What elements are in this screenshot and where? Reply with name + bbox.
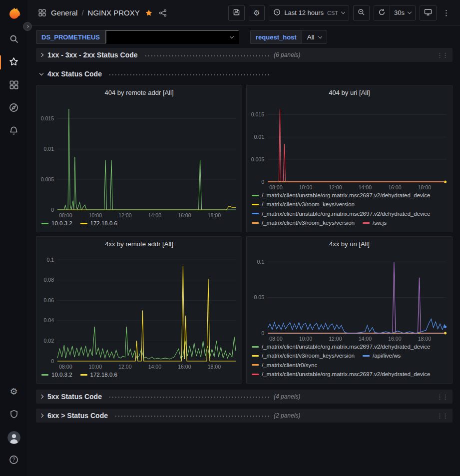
panel-title[interactable]: 404 by uri [All] (247, 85, 452, 99)
dashboard-row-4xx[interactable]: 4xx Status Code (36, 67, 453, 81)
timezone-badge: CST (327, 10, 338, 16)
time-series-chart[interactable]: 00.020.040.060.080.108:0010:0012:0014:00… (36, 251, 242, 370)
legend-label: /_matrix/client/v3/room_keys/version (262, 219, 355, 226)
legend-item[interactable]: 10.0.3.2 (41, 371, 72, 378)
panel-title-text: 404 by uri [All] (329, 89, 370, 96)
legend-item[interactable]: 172.18.0.6 (80, 371, 117, 378)
legend-label: /_matrix/client/unstable/org.matrix.msc2… (262, 192, 431, 199)
kebab-menu-button[interactable]: ⋮ (441, 7, 452, 18)
panel-title[interactable]: 404 by remote addr [All] (36, 85, 242, 99)
dashboard-row-1xx-3xx-2xx[interactable]: 1xx - 3xx - 2xx Status Code (6 panels) ⋮… (36, 48, 453, 62)
breadcrumb-separator: / (81, 8, 83, 17)
dashboard-settings-button[interactable]: ⚙ (249, 5, 265, 20)
svg-text:0.1: 0.1 (257, 259, 264, 265)
time-series-chart[interactable]: 00.050.108:0010:0012:0014:0016:0018:00 (247, 251, 452, 342)
sidebar-item-alerting[interactable] (0, 120, 27, 143)
datasource-variable-select[interactable] (105, 30, 239, 44)
refresh-button[interactable] (374, 5, 390, 20)
panel-title-text: 404 by remote addr [All] (104, 89, 173, 96)
legend-item[interactable]: /sw.js (363, 219, 387, 226)
legend-item[interactable]: /_matrix/client/v3/room_keys/version (252, 201, 355, 208)
svg-text:16:00: 16:00 (388, 184, 401, 190)
favorite-star-button[interactable] (144, 8, 154, 18)
chevron-right-icon (39, 395, 43, 399)
svg-text:0: 0 (51, 207, 54, 213)
legend-item[interactable]: /_matrix/client/unstable/org.matrix.msc2… (252, 343, 431, 350)
refresh-icon (378, 8, 386, 17)
datasource-variable-label[interactable]: DS_PROMETHEUS (36, 30, 105, 44)
kebab-icon: ⋮ (443, 8, 450, 17)
grafana-logo[interactable] (6, 6, 21, 21)
svg-text:0.015: 0.015 (251, 111, 264, 117)
row-drag-handle[interactable]: ⋮⋮ (437, 412, 449, 420)
row-header-left: 6xx > Status Code (40, 412, 274, 420)
toolbar-actions: ⚙ Last 12 hours CST (228, 5, 452, 20)
svg-text:?: ? (12, 457, 15, 463)
row-drag-handle[interactable]: ⋮⋮ (437, 393, 449, 401)
row-drag-handle[interactable]: ⋮⋮ (437, 51, 449, 59)
sidebar-item-explore[interactable] (0, 97, 27, 120)
legend-label: 10.0.3.2 (51, 220, 72, 227)
monitor-icon (424, 8, 432, 17)
legend-item[interactable]: /_matrix/client/v3/room_keys/version (252, 219, 355, 226)
legend-item[interactable]: /_matrix/client/r0/sync (252, 362, 317, 369)
svg-text:10:00: 10:00 (299, 336, 312, 342)
svg-text:0.005: 0.005 (251, 156, 264, 162)
legend-item[interactable]: /_matrix/client/unstable/org.matrix.msc2… (252, 371, 431, 378)
sidebar-item-starred[interactable] (0, 51, 27, 74)
share-button[interactable] (158, 8, 168, 18)
sidebar-item-search[interactable] (0, 28, 27, 51)
svg-text:12:00: 12:00 (329, 184, 342, 190)
request-host-variable-value: All (307, 33, 315, 41)
svg-text:0.08: 0.08 (44, 277, 54, 283)
series-color-swatch (252, 222, 259, 224)
sidebar-expand-toggle[interactable] (23, 22, 32, 31)
sidebar-item-dashboards[interactable] (0, 74, 27, 97)
legend-item[interactable]: /_matrix/client/v3/room_keys/version (252, 352, 355, 359)
svg-text:14:00: 14:00 (148, 364, 161, 370)
refresh-interval-dropdown[interactable]: 30s (390, 5, 416, 20)
chart-svg: 00.020.040.060.080.108:0010:0012:0014:00… (36, 251, 242, 370)
svg-text:18:00: 18:00 (418, 336, 431, 342)
breadcrumb: General / NGINX PROXY (37, 8, 168, 18)
chevron-right-icon (39, 53, 43, 57)
panel-title[interactable]: 4xx by remote addr [All] (36, 237, 242, 251)
sidebar-item-profile[interactable] (0, 426, 27, 449)
time-range-picker[interactable]: Last 12 hours CST (269, 5, 349, 20)
dashboard-row-5xx[interactable]: 5xx Status Code (4 panels) ⋮⋮ (36, 390, 453, 404)
gear-icon: ⚙ (9, 387, 17, 396)
breadcrumb-dashboard-title: NGINX PROXY (88, 8, 140, 17)
sidebar-item-configuration[interactable]: ⚙ (0, 380, 27, 403)
svg-text:14:00: 14:00 (359, 184, 372, 190)
legend-item[interactable]: /_matrix/client/unstable/org.matrix.msc2… (252, 210, 431, 217)
zoom-out-button[interactable] (353, 5, 370, 20)
request-host-variable-select[interactable]: All (302, 30, 328, 44)
svg-text:12:00: 12:00 (118, 364, 131, 370)
chart-svg: 00.0050.010.01508:0010:0012:0014:0016:00… (36, 99, 242, 219)
legend-item[interactable]: /_matrix/client/unstable/org.matrix.msc2… (252, 192, 431, 199)
dashboard-row-6xx[interactable]: 6xx > Status Code (2 panels) ⋮⋮ (36, 409, 453, 423)
sidebar: ⚙ ? (0, 0, 27, 476)
panel-title[interactable]: 4xx by uri [All] (247, 237, 452, 251)
save-icon (233, 8, 240, 17)
svg-text:16:00: 16:00 (178, 364, 191, 370)
legend-item[interactable]: 172.18.0.6 (80, 220, 117, 227)
legend-item[interactable]: /api/live/ws (363, 352, 401, 359)
time-series-chart[interactable]: 00.0050.010.01508:0010:0012:0014:0016:00… (36, 99, 242, 219)
search-icon (9, 34, 18, 45)
row-dotted-filler (109, 397, 271, 398)
breadcrumb-section[interactable]: General (51, 8, 77, 17)
cycle-view-button[interactable] (420, 5, 437, 20)
save-dashboard-button[interactable] (228, 5, 245, 20)
request-host-variable-label[interactable]: request_host (250, 30, 302, 44)
legend-item[interactable]: 10.0.3.2 (41, 220, 72, 227)
time-series-chart[interactable]: 00.0050.010.01508:0010:0012:0014:0016:00… (247, 99, 452, 191)
sidebar-item-server-admin[interactable] (0, 403, 27, 426)
dashboard-content: 1xx - 3xx - 2xx Status Code (6 panels) ⋮… (27, 48, 460, 476)
sidebar-item-help[interactable]: ? (0, 449, 27, 472)
svg-text:18:00: 18:00 (208, 212, 221, 218)
series-color-swatch (41, 374, 48, 376)
row-title: 4xx Status Code (47, 70, 102, 78)
svg-text:0.02: 0.02 (44, 338, 54, 344)
svg-text:0.05: 0.05 (254, 294, 265, 300)
